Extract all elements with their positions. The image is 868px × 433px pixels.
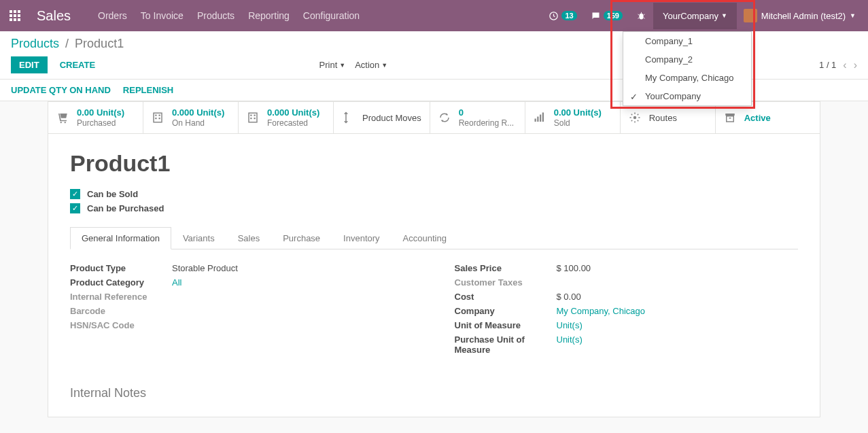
product-category-label: Product Category	[70, 277, 172, 288]
clock-icon	[549, 11, 559, 21]
company-label: YourCompany	[663, 11, 718, 21]
svg-rect-4	[14, 14, 16, 17]
check-icon: ✓	[630, 92, 638, 102]
menu-products[interactable]: Products	[197, 10, 235, 21]
svg-rect-16	[249, 113, 257, 122]
update-qty-button[interactable]: UPDATE QTY ON HAND	[11, 85, 111, 95]
chat-icon	[591, 11, 601, 21]
svg-rect-15	[159, 118, 160, 119]
chevron-down-icon: ▼	[381, 62, 387, 69]
messages-badge: 159	[604, 11, 623, 20]
product-type-label: Product Type	[70, 263, 172, 273]
menu-orders[interactable]: Orders	[98, 10, 127, 21]
svg-rect-19	[250, 118, 251, 119]
main-menu: Orders To Invoice Products Reporting Con…	[98, 10, 542, 21]
sales-price-label: Sales Price	[455, 263, 557, 273]
tab-general-information[interactable]: General Information	[70, 227, 171, 249]
svg-point-25	[633, 116, 636, 120]
pager-text: 1 / 1	[819, 60, 836, 70]
company-option-3[interactable]: ✓ YourCompany	[623, 87, 751, 105]
debug-button[interactable]	[629, 3, 653, 29]
apps-icon[interactable]	[5, 6, 24, 25]
purchase-uom-label: Purchase Unit of Measure	[455, 334, 557, 355]
company-switcher[interactable]: YourCompany ▼	[653, 3, 737, 29]
form-sheet: 0.00 Unit(s)Purchased 0.000 Unit(s)On Ha…	[48, 101, 820, 417]
svg-rect-22	[537, 117, 538, 122]
stat-reordering[interactable]: 0Reordering R...	[430, 102, 525, 133]
activity-badge: 13	[561, 11, 576, 20]
svg-rect-2	[18, 10, 20, 13]
systray: 13 159 YourCompany ▼ Mitchell Admin (tes…	[542, 1, 863, 31]
building-icon	[247, 111, 260, 124]
svg-rect-17	[250, 115, 251, 116]
checkbox-purchased[interactable]: ✓	[70, 203, 80, 213]
breadcrumb-parent[interactable]: Products	[11, 37, 59, 50]
chevron-down-icon: ▼	[339, 62, 345, 69]
app-title[interactable]: Sales	[37, 8, 71, 24]
stat-forecasted[interactable]: 0.000 Unit(s)Forecasted	[239, 102, 334, 133]
stat-button-row: 0.00 Unit(s)Purchased 0.000 Unit(s)On Ha…	[48, 102, 820, 134]
edit-button[interactable]: EDIT	[11, 56, 48, 73]
svg-rect-23	[540, 115, 541, 122]
company-option-0[interactable]: Company_1	[623, 32, 751, 50]
avatar	[744, 9, 757, 22]
svg-rect-1	[14, 10, 16, 13]
product-category-value[interactable]: All	[172, 277, 181, 288]
replenish-button[interactable]: REPLENISH	[123, 85, 173, 95]
uom-value[interactable]: Unit(s)	[557, 320, 583, 330]
product-type-value: Storable Product	[172, 263, 238, 273]
action-dropdown[interactable]: Action ▼	[355, 60, 387, 70]
company-option-2[interactable]: My Company, Chicago	[623, 69, 751, 87]
print-dropdown[interactable]: Print ▼	[319, 60, 346, 70]
internal-reference-label: Internal Reference	[70, 292, 172, 302]
tab-sales[interactable]: Sales	[226, 227, 272, 249]
cost-value: $ 0.00	[557, 292, 581, 302]
svg-rect-21	[534, 119, 536, 122]
tab-inventory[interactable]: Inventory	[332, 227, 391, 249]
stat-purchased[interactable]: 0.00 Unit(s)Purchased	[48, 102, 143, 133]
uom-label: Unit of Measure	[455, 320, 557, 330]
svg-rect-18	[254, 115, 256, 116]
activity-button[interactable]: 13	[542, 3, 583, 29]
company-dropdown: Company_1 Company_2 My Company, Chicago …	[623, 31, 752, 106]
pager-next[interactable]: ›	[854, 59, 857, 71]
menu-reporting[interactable]: Reporting	[248, 10, 290, 21]
tab-variants[interactable]: Variants	[171, 227, 226, 249]
pager-prev[interactable]: ‹	[843, 59, 846, 71]
checkbox-sold[interactable]: ✓	[70, 189, 80, 199]
signal-icon	[534, 111, 547, 124]
svg-rect-20	[254, 118, 256, 119]
svg-rect-12	[155, 115, 156, 116]
menu-to-invoice[interactable]: To Invoice	[141, 10, 184, 21]
breadcrumb-current: Product1	[75, 37, 124, 50]
user-menu[interactable]: Mitchell Admin (test2) ▼	[737, 1, 863, 31]
refresh-icon	[438, 111, 452, 124]
create-button[interactable]: CREATE	[52, 56, 103, 73]
tab-accounting[interactable]: Accounting	[392, 227, 458, 249]
company-option-1[interactable]: Company_2	[623, 50, 751, 69]
stat-active[interactable]: Active	[716, 102, 820, 133]
svg-rect-26	[725, 114, 735, 116]
svg-rect-3	[10, 14, 12, 17]
customer-taxes-label: Customer Taxes	[455, 277, 557, 288]
svg-rect-0	[10, 10, 12, 13]
stat-product-moves[interactable]: Product Moves	[334, 102, 430, 133]
menu-configuration[interactable]: Configuration	[303, 10, 360, 21]
archive-icon	[724, 111, 737, 124]
messages-button[interactable]: 159	[584, 3, 629, 29]
chevron-down-icon: ▼	[721, 12, 727, 19]
stat-sold[interactable]: 0.00 Unit(s)Sold	[525, 102, 621, 133]
svg-rect-28	[729, 118, 731, 119]
svg-rect-24	[542, 113, 543, 122]
barcode-label: Barcode	[70, 306, 172, 316]
top-navbar: Sales Orders To Invoice Products Reporti…	[0, 0, 868, 31]
purchase-uom-value[interactable]: Unit(s)	[557, 334, 583, 355]
stat-onhand[interactable]: 0.000 Unit(s)On Hand	[143, 102, 239, 133]
gear-icon	[629, 111, 642, 124]
product-name: Product1	[70, 150, 798, 177]
stat-routes[interactable]: Routes	[621, 102, 716, 133]
tab-purchase[interactable]: Purchase	[271, 227, 332, 249]
can-be-sold-row: ✓ Can be Sold	[70, 189, 798, 199]
can-be-sold-label: Can be Sold	[87, 189, 138, 199]
company-field-value[interactable]: My Company, Chicago	[557, 306, 646, 316]
